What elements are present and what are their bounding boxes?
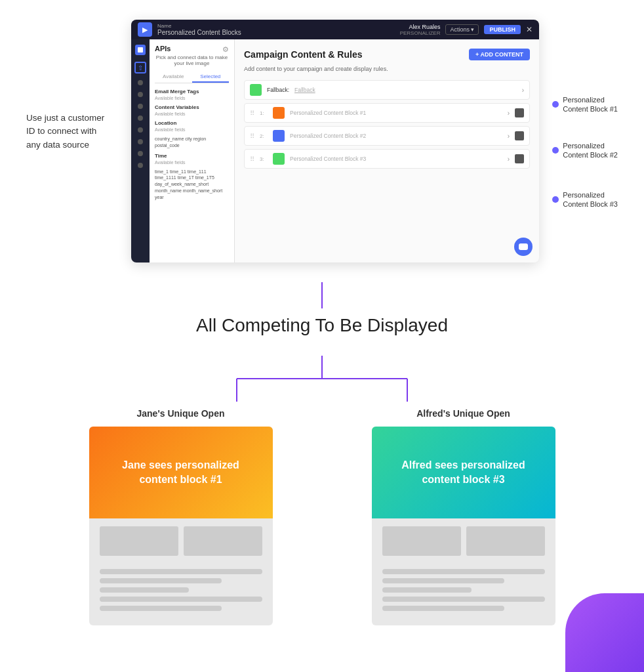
- content-row-1[interactable]: ⠿ 1: Personalized Content Block #1 ›: [244, 103, 530, 123]
- user-name: Alex Ruales: [400, 24, 441, 30]
- nav-dot1: [138, 80, 143, 85]
- section4-title: Time: [155, 153, 229, 159]
- jane-line-5: [100, 606, 222, 611]
- alfred-line-5: [382, 606, 504, 611]
- alfred-card-section: Alfred's Unique Open Alfred sees persona…: [372, 408, 555, 625]
- campaign-title: Campaign Content & Rules: [244, 49, 362, 60]
- alfred-label: Alfred's Unique Open: [372, 408, 555, 419]
- annotation-dot-1: [552, 101, 559, 108]
- row-color-fallback: [250, 84, 262, 96]
- drag-handle-2[interactable]: ⠿: [250, 133, 254, 140]
- nav-share[interactable]: ⇧: [134, 62, 146, 74]
- row-num-2: 2:: [260, 133, 268, 139]
- chat-bubble[interactable]: [514, 238, 533, 256]
- alfred-lines: [372, 561, 555, 611]
- main-container: Use just a customer ID to connect with a…: [0, 0, 644, 645]
- api-subtitle: Pick and connect data to make your live …: [155, 54, 229, 66]
- annotation-text-3: PersonalizedContent Block #3: [563, 190, 618, 209]
- section3-sub: Available fields: [155, 127, 229, 132]
- row-action-2[interactable]: [515, 131, 524, 140]
- jane-line-1: [100, 569, 262, 574]
- campaign-subtitle: Add content to your campaign and create …: [244, 66, 530, 72]
- content-row-fallback[interactable]: Fallback: Fallback ›: [244, 80, 530, 100]
- alfred-line-2: [382, 578, 504, 583]
- topbar-title: Personalized Content Blocks: [157, 29, 241, 36]
- content-row-3[interactable]: ⠿ 3: Personalized Content Block #3 ›: [244, 149, 530, 169]
- annotation-line1: Use just a customer: [26, 113, 104, 123]
- section3-title: Location: [155, 120, 229, 126]
- alfred-box-2: [466, 526, 545, 556]
- nav-dot3: [138, 104, 143, 109]
- row-action-3[interactable]: [515, 154, 524, 163]
- nav-home[interactable]: [135, 45, 146, 55]
- row-color-3: [273, 153, 285, 165]
- nav-dot2: [138, 92, 143, 97]
- competing-title: All Competing To Be Displayed: [196, 315, 448, 336]
- sidebar-annotation: Use just a customer ID to connect with a…: [26, 20, 131, 152]
- row-arrow-3: ›: [508, 156, 510, 163]
- topbar-right: Alex Ruales PERSONALIZER Actions ▾ PUBLI…: [400, 24, 533, 36]
- alfred-line-1: [382, 569, 545, 574]
- annotation-text-2: PersonalizedContent Block #2: [563, 141, 618, 160]
- nav-dot6: [138, 139, 143, 144]
- alfred-box-1: [382, 526, 461, 556]
- annotation-dot-2: [552, 147, 559, 154]
- jane-line-2: [100, 578, 222, 583]
- row-arrow-2: ›: [508, 133, 510, 140]
- campaign-panel: Campaign Content & Rules + ADD CONTENT A…: [235, 39, 539, 262]
- actions-button[interactable]: Actions ▾: [445, 24, 479, 35]
- row-arrow-1: ›: [508, 110, 510, 117]
- jane-label: Jane's Unique Open: [89, 408, 273, 419]
- annotation-line3: any data source: [26, 140, 89, 150]
- fallback-arrow: ›: [522, 87, 524, 94]
- drag-handle-3[interactable]: ⠿: [250, 156, 254, 163]
- drag-handle-1[interactable]: ⠿: [250, 110, 254, 117]
- jane-line-4: [100, 597, 262, 602]
- row-num-3: 3:: [260, 156, 268, 162]
- arrow-down-to-title: [321, 282, 323, 308]
- ui-mockup-wrapper: ▶ Name Personalized Content Blocks Alex …: [131, 20, 618, 262]
- fallback-value: Fallback: [294, 87, 517, 93]
- add-content-button[interactable]: + ADD CONTENT: [469, 49, 530, 60]
- jane-line-3: [100, 587, 189, 593]
- row-action-1[interactable]: [515, 108, 524, 117]
- gear-icon[interactable]: ⚙: [222, 45, 229, 54]
- jane-boxes: [89, 526, 273, 556]
- jane-card-section: Jane's Unique Open Jane sees personalize…: [89, 408, 273, 625]
- alfred-boxes: [372, 526, 555, 556]
- user-role: PERSONALIZER: [400, 30, 441, 36]
- chat-bubble-inner: [519, 243, 528, 250]
- user-info: Alex Ruales PERSONALIZER: [400, 24, 441, 36]
- top-section: Use just a customer ID to connect with a…: [26, 20, 618, 262]
- annotations: PersonalizedContent Block #1 Personalize…: [546, 20, 618, 262]
- branch-svg: [158, 356, 486, 402]
- section2-title: Content Variables: [155, 104, 229, 110]
- alfred-email-mockup: Alfred sees personalized content block #…: [372, 427, 555, 625]
- publish-button[interactable]: PUBLISH: [484, 25, 521, 34]
- topbar-left: ▶ Name Personalized Content Blocks: [138, 22, 241, 37]
- jane-email-mockup: Jane sees personalized content block #1: [89, 427, 273, 625]
- alfred-line-3: [382, 587, 472, 593]
- branch-connector: [26, 356, 618, 402]
- mockup-body: ⇧ APIs ⚙: [131, 39, 539, 262]
- ui-card: ▶ Name Personalized Content Blocks Alex …: [131, 20, 539, 262]
- back-btn[interactable]: ▶: [138, 22, 152, 37]
- fallback-label: Fallback:: [267, 87, 289, 93]
- tab-available[interactable]: Available: [155, 72, 192, 83]
- close-button[interactable]: ✕: [526, 25, 533, 34]
- alfred-line-4: [382, 597, 545, 602]
- jane-box-2: [184, 526, 262, 556]
- nav-dot8: [138, 163, 143, 168]
- row-value-2: Personalized Content Block #2: [290, 133, 502, 139]
- section4-vars: time_1 time_11 time_111 time_1111 time_1…: [155, 169, 229, 201]
- row-color-2: [273, 130, 285, 142]
- nav-dot5: [138, 127, 143, 133]
- middle-section: All Competing To Be Displayed: [26, 282, 618, 343]
- section1-title: Email Merge Tags: [155, 89, 229, 94]
- alfred-hero: Alfred sees personalized content block #…: [372, 427, 555, 518]
- content-row-2[interactable]: ⠿ 2: Personalized Content Block #2 ›: [244, 126, 530, 146]
- api-title: APIs: [155, 45, 171, 52]
- jane-box-1: [100, 526, 178, 556]
- row-num-1: 1:: [260, 110, 268, 116]
- tab-selected[interactable]: Selected: [192, 72, 230, 83]
